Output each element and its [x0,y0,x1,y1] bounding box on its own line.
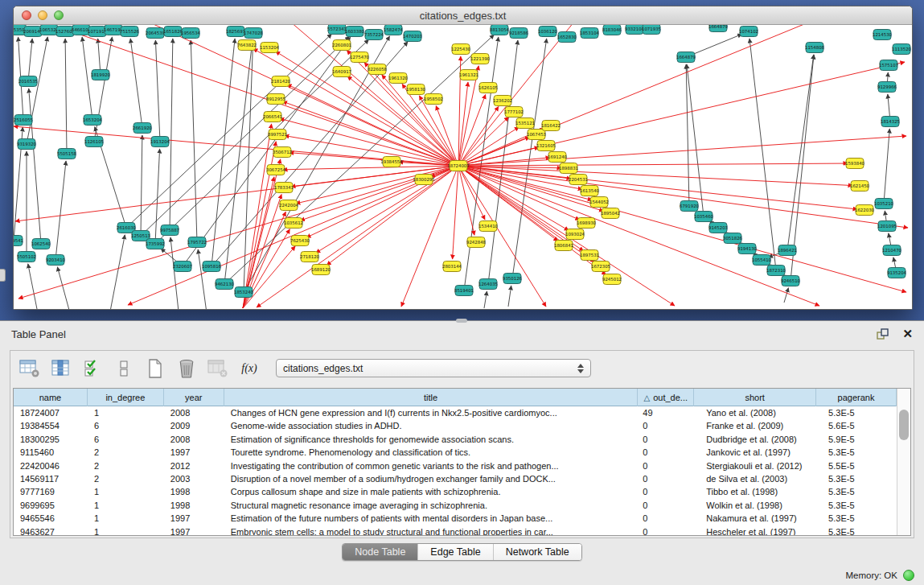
graph-node[interactable]: 1961321 [459,70,478,80]
graph-node[interactable]: 2320607 [173,262,192,272]
float-panel-icon[interactable] [877,328,889,340]
graph-edge[interactable] [458,127,519,166]
table-row[interactable]: 1938455462009Genome-wide association stu… [14,419,897,432]
graph-node[interactable]: 1113520 [892,44,912,55]
graph-edge[interactable] [65,39,67,154]
graph-edge[interactable] [296,166,458,204]
graph-edge[interactable] [687,64,704,216]
zoom-window-icon[interactable] [54,10,64,20]
table-row[interactable]: 977716911998Corpus callosum shape and si… [14,485,897,498]
graph-node[interactable]: 1074102 [739,27,758,37]
graph-node[interactable]: 2066541 [263,112,282,122]
graph-edge[interactable] [130,39,142,128]
graph-node[interactable]: 1806841 [554,241,573,251]
graph-edge[interactable] [458,166,908,228]
graph-node[interactable]: 1651826 [163,27,183,37]
graph-node[interactable]: 1664879 [708,25,729,32]
graph-node[interactable]: 1275470 [350,52,370,63]
graph-node[interactable]: 18300295 [413,175,434,185]
graph-node[interactable]: 8226058 [368,64,388,75]
graph-edge[interactable] [749,39,776,270]
graph-node[interactable]: 1640917 [332,67,351,77]
graph-node[interactable]: 2516055 [14,115,33,126]
graph-node[interactable]: 1652830 [557,32,577,43]
graph-node[interactable]: 1691240 [548,152,568,163]
graph-edge[interactable] [29,89,41,244]
graph-edge[interactable] [484,291,487,308]
delete-table-button[interactable] [207,357,229,380]
graph-node[interactable]: 9462130 [215,279,235,290]
column-header-year[interactable]: year [164,389,224,406]
graph-edge[interactable] [110,235,125,309]
graph-node[interactable]: 1095816 [202,262,222,272]
graph-node[interactable]: 1062540 [31,239,51,249]
graph-node[interactable]: 1071935 [642,25,661,35]
graph-node[interactable]: 2181420 [271,76,291,87]
graph-edge[interactable] [94,37,112,142]
graph-node[interactable]: 1154808 [805,43,825,53]
graph-edge[interactable] [316,166,458,253]
graph-node[interactable]: 1582474 [384,25,404,35]
table-settings-button[interactable] [18,357,41,380]
graph-node[interactable]: 1816422 [541,121,561,131]
graph-node[interactable]: 1853104 [580,28,600,39]
graph-node[interactable]: 1672305 [591,262,610,272]
graph-node[interactable]: 3051826 [723,233,743,244]
graph-node[interactable]: 7643822 [237,40,257,51]
graph-node[interactable]: 9246510 [781,276,801,286]
graph-node[interactable]: 1544052 [589,197,609,208]
function-builder-button[interactable]: f(x) [238,357,261,380]
graph-edge[interactable] [57,267,70,309]
graph-node[interactable]: 18724007 [447,161,469,171]
graph-edge[interactable] [28,264,38,309]
graph-node[interactable]: 1055410 [752,255,772,266]
graph-node[interactable]: 1698930 [577,218,597,229]
table-row[interactable]: 1830029562008Estimation of significance … [14,433,897,446]
column-header-name[interactable]: name [14,389,88,406]
graph-node[interactable]: 1958130 [406,84,426,95]
graph-node[interactable]: 9194130 [737,244,758,254]
column-header-out_de[interactable]: △out_de... [638,389,694,406]
graph-edge[interactable] [453,166,458,259]
graph-node[interactable]: 3506712 [273,147,292,158]
graph-node[interactable]: 1470203 [403,31,422,42]
graph-node[interactable]: 1036120 [538,27,558,37]
graph-node[interactable]: 1534410 [478,221,499,232]
graph-node[interactable]: 9242848 [466,237,487,248]
graph-node[interactable]: 7625430 [290,236,310,246]
graph-node[interactable]: 19384554 [380,157,403,167]
graph-edge[interactable] [326,166,458,266]
table-row[interactable]: 1872400712008Changes of HCN gene express… [14,406,897,419]
panel-resize-grip[interactable] [456,319,467,323]
graph-node[interactable]: 1689120 [311,265,331,275]
graph-node[interactable]: 8183046 [602,25,622,35]
graph-edge[interactable] [784,288,788,303]
graph-node[interactable]: 2064539 [146,28,166,39]
graph-edge[interactable] [183,37,351,266]
delete-rows-button[interactable] [175,357,198,380]
graph-node[interactable]: 1956534 [181,28,201,39]
graph-node[interactable]: 1236202 [493,96,512,106]
graph-node[interactable]: 1783341 [274,183,294,193]
graph-node[interactable]: 1898831 [559,163,578,174]
graph-node[interactable]: 1825697 [226,27,245,37]
graph-edge[interactable] [364,63,458,166]
graph-edge[interactable] [306,166,458,237]
graph-node[interactable]: 9203410 [46,255,66,266]
graph-edge[interactable] [458,166,819,306]
graph-node[interactable]: 5505158 [57,149,77,159]
graph-node[interactable]: 1622030 [855,205,875,216]
graph-node[interactable]: 1201095 [877,221,897,232]
network-canvas[interactable]: 1853503206914010653281527602646610010719… [14,25,912,309]
graph-node[interactable]: 1035210 [874,199,894,209]
graph-node[interactable]: 9218586 [509,28,529,39]
graph-node[interactable]: 7515526 [120,27,140,37]
graph-node[interactable]: 1747028 [244,28,264,39]
graph-node[interactable]: 8912955 [266,94,285,105]
graph-edge[interactable] [419,96,458,166]
row-height-button[interactable] [113,357,135,380]
table-row[interactable]: 969969511998Structural magnetic resonanc… [14,499,897,512]
memory-ok-icon[interactable] [903,570,914,581]
graph-node[interactable]: 1958502 [424,94,443,105]
graph-node[interactable]: 5505102 [17,252,36,262]
